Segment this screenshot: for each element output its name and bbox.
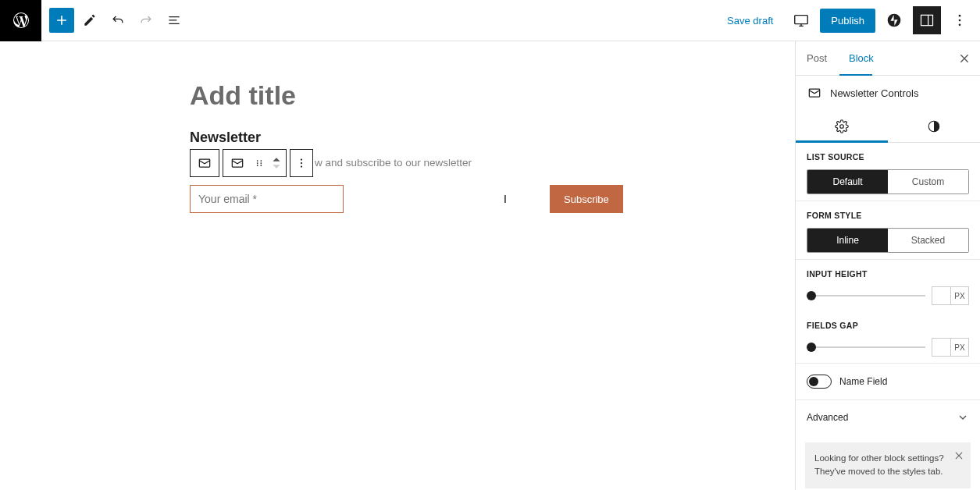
notice-line-2: They've moved to the styles tab. xyxy=(814,467,943,476)
more-menu-button[interactable] xyxy=(946,6,974,34)
block-move-buttons[interactable] xyxy=(267,150,286,176)
undo-button[interactable] xyxy=(105,8,130,33)
list-view-button[interactable] xyxy=(162,8,187,33)
parent-block-button[interactable] xyxy=(191,150,219,176)
input-height-value[interactable]: PX xyxy=(932,286,969,305)
settings-toggle-button[interactable] xyxy=(913,6,941,34)
save-draft-button[interactable]: Save draft xyxy=(718,9,782,33)
advanced-label: Advanced xyxy=(807,412,848,423)
subscribe-button[interactable]: Subscribe xyxy=(550,185,623,213)
close-icon xyxy=(958,52,971,65)
wordpress-logo[interactable] xyxy=(0,0,41,41)
more-vertical-icon xyxy=(952,12,968,28)
add-block-button[interactable] xyxy=(49,8,74,33)
close-sidebar-button[interactable] xyxy=(958,51,974,66)
notice-line-1: Looking for other block settings? xyxy=(814,453,944,463)
form-style-label: FORM STYLE xyxy=(807,211,969,220)
chevron-down-icon xyxy=(271,163,282,170)
publish-button[interactable]: Publish xyxy=(820,9,875,33)
undo-icon xyxy=(110,12,126,28)
name-field-label: Name Field xyxy=(839,376,887,387)
redo-icon xyxy=(138,12,154,28)
svg-rect-18 xyxy=(809,89,819,97)
fields-gap-label: FIELDS GAP xyxy=(807,321,969,330)
inner-tab-styles[interactable] xyxy=(888,110,980,142)
plus-icon xyxy=(54,12,69,28)
envelope-icon xyxy=(230,155,245,171)
edit-tool-button[interactable] xyxy=(77,8,102,33)
preview-button[interactable] xyxy=(787,6,815,34)
svg-point-10 xyxy=(260,160,262,162)
list-source-custom[interactable]: Custom xyxy=(888,170,968,194)
svg-point-13 xyxy=(257,165,258,166)
text-cursor-icon: I xyxy=(504,193,504,204)
svg-point-6 xyxy=(959,24,961,27)
drag-handle-icon xyxy=(254,158,265,169)
svg-point-19 xyxy=(840,124,844,128)
form-style-inline[interactable]: Inline xyxy=(807,229,888,252)
redo-button[interactable] xyxy=(134,8,159,33)
svg-rect-0 xyxy=(795,16,808,24)
list-icon xyxy=(166,12,182,28)
block-more-options-button[interactable] xyxy=(290,150,312,176)
tab-post[interactable]: Post xyxy=(796,41,838,75)
desktop-icon xyxy=(793,12,810,29)
svg-point-16 xyxy=(301,162,302,164)
fields-gap-slider[interactable] xyxy=(807,346,925,348)
tab-block[interactable]: Block xyxy=(838,41,885,75)
svg-rect-8 xyxy=(232,159,242,167)
svg-point-5 xyxy=(959,20,961,22)
list-source-label: LIST SOURCE xyxy=(807,152,969,162)
form-style-stacked[interactable]: Stacked xyxy=(888,229,968,252)
form-style-toggle[interactable]: Inline Stacked xyxy=(807,228,969,253)
jetpack-button[interactable] xyxy=(880,6,908,34)
styles-moved-notice: Looking for other block settings? They'v… xyxy=(805,442,971,488)
jetpack-icon xyxy=(886,12,902,28)
chevron-up-icon xyxy=(271,156,282,163)
name-field-toggle[interactable] xyxy=(807,375,832,389)
list-source-default[interactable]: Default xyxy=(807,170,888,194)
more-vertical-icon xyxy=(294,156,308,170)
svg-point-4 xyxy=(959,15,961,17)
styles-icon xyxy=(927,119,941,133)
list-source-toggle[interactable]: Default Custom xyxy=(807,169,969,194)
gear-icon xyxy=(835,119,849,133)
post-title-input[interactable]: Add title xyxy=(190,80,639,111)
svg-point-17 xyxy=(301,165,302,167)
newsletter-email-input[interactable] xyxy=(190,185,344,213)
envelope-icon xyxy=(197,155,212,171)
inner-tab-settings[interactable] xyxy=(796,110,888,142)
svg-point-1 xyxy=(888,14,901,27)
close-icon xyxy=(953,450,964,461)
svg-point-12 xyxy=(260,162,262,164)
sidebar-icon xyxy=(919,12,935,28)
chevron-down-icon xyxy=(957,411,969,424)
svg-point-14 xyxy=(260,165,262,166)
svg-point-11 xyxy=(257,162,258,164)
svg-rect-7 xyxy=(199,159,209,167)
newsletter-block-heading[interactable]: Newsletter xyxy=(190,130,639,146)
dismiss-notice-button[interactable] xyxy=(953,450,964,461)
advanced-panel-toggle[interactable]: Advanced xyxy=(796,400,980,435)
envelope-icon xyxy=(807,85,822,101)
svg-point-15 xyxy=(301,158,302,160)
input-height-slider[interactable] xyxy=(807,295,925,296)
wordpress-icon xyxy=(12,11,30,30)
svg-point-9 xyxy=(257,160,258,162)
input-height-label: INPUT HEIGHT xyxy=(807,269,969,279)
block-drag-handle[interactable] xyxy=(251,150,267,176)
fields-gap-value[interactable]: PX xyxy=(932,338,969,357)
block-type-button[interactable] xyxy=(223,150,251,176)
svg-rect-2 xyxy=(921,15,933,25)
block-type-name: Newsletter Controls xyxy=(830,87,918,99)
pencil-icon xyxy=(82,12,98,28)
